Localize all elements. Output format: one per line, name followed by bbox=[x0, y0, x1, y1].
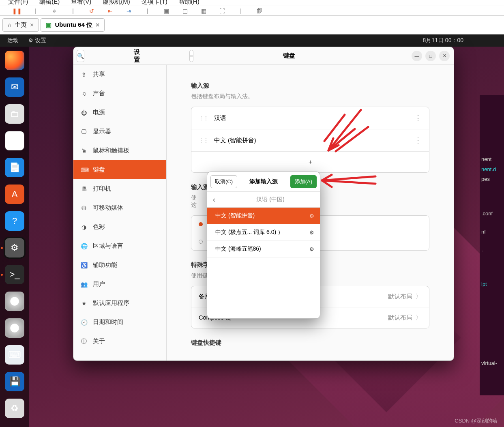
terminal-peek: nent nent.d pes .conf nf . lpt virtual- bbox=[480, 95, 504, 395]
input-method-option[interactable]: 中文 (智能拼音)⚙ bbox=[207, 208, 320, 224]
input-method-option[interactable]: 中文 (海峰五笔86)⚙ bbox=[207, 241, 320, 257]
focused-app[interactable]: ⚙ 设置 bbox=[28, 37, 46, 44]
dock-terminal[interactable]: >_ bbox=[5, 265, 24, 284]
sidebar-icon: ⌨ bbox=[81, 167, 87, 173]
close-icon[interactable]: × bbox=[30, 21, 34, 29]
source-label: 中文 (智能拼音) bbox=[214, 137, 256, 144]
sidebar-item[interactable]: ⓘ关于 bbox=[73, 332, 166, 351]
tab-label: 主页 bbox=[15, 21, 27, 29]
breadcrumb-label: 汉语 (中国) bbox=[221, 192, 320, 207]
add-source-row[interactable]: ＋ bbox=[191, 152, 429, 172]
lib-icon[interactable]: 🗐 bbox=[254, 7, 265, 15]
back-button[interactable]: ‹ bbox=[207, 195, 221, 204]
cancel-button[interactable]: 取消(C) bbox=[210, 175, 237, 188]
sidebar-icon: ♿ bbox=[81, 262, 87, 268]
minimize-button[interactable]: — bbox=[412, 51, 422, 61]
gear-icon[interactable]: ⚙ bbox=[309, 246, 314, 252]
sidebar-item[interactable]: ⇪共享 bbox=[73, 65, 166, 84]
dock-disc[interactable] bbox=[5, 292, 24, 311]
search-button[interactable]: 🔍 bbox=[77, 50, 84, 62]
input-method-option[interactable]: 中文 (极点五... 词库 6.0) ）⚙ bbox=[207, 224, 320, 241]
sidebar-item[interactable]: ⏻电源 bbox=[73, 103, 166, 122]
menu[interactable]: 文件(F) bbox=[8, 0, 28, 6]
sidebar-item[interactable]: ◑色彩 bbox=[73, 217, 166, 236]
full-icon[interactable]: ⛶ bbox=[217, 7, 227, 15]
tab-vm[interactable]: ▣ Ubuntu 64 位 × bbox=[41, 18, 105, 32]
sidebar-label: 键盘 bbox=[93, 166, 105, 174]
sep: | bbox=[30, 7, 41, 15]
dock-thunderbird[interactable]: ✉ bbox=[5, 77, 24, 97]
sidebar-item[interactable]: ★默认应用程序 bbox=[73, 294, 166, 313]
tab-home[interactable]: ⌂ 主页 × bbox=[2, 18, 39, 32]
maximize-button[interactable]: □ bbox=[425, 51, 436, 61]
snapshot-back-icon[interactable]: ⇤ bbox=[105, 7, 116, 15]
send-key-icon[interactable]: ⎆ bbox=[49, 7, 60, 15]
sidebar-icon: 👥 bbox=[81, 281, 87, 288]
dock-files[interactable]: 🗀 bbox=[5, 104, 24, 124]
sidebar-item[interactable]: ♫声音 bbox=[73, 84, 166, 103]
kebab-icon[interactable]: ⋮ bbox=[414, 136, 422, 145]
sidebar-icon: ◑ bbox=[81, 224, 87, 230]
dock-settings[interactable]: ⚙ bbox=[5, 238, 24, 257]
sidebar-icon: ⇪ bbox=[81, 71, 87, 78]
sidebar-title: 设置 bbox=[134, 48, 140, 64]
add-input-source-dialog: 取消(C) 添加输入源 添加(A) ‹ 汉语 (中国) 中文 (智能拼音)⚙中文… bbox=[207, 172, 320, 319]
close-icon[interactable]: × bbox=[96, 21, 99, 29]
gear-icon[interactable]: ⚙ bbox=[309, 213, 314, 219]
sidebar-label: 日期和时间 bbox=[93, 318, 123, 326]
dock-save[interactable]: 💾 bbox=[5, 372, 24, 391]
sidebar-item[interactable]: ⌨键盘 bbox=[73, 160, 166, 179]
menu[interactable]: 编辑(E) bbox=[39, 0, 60, 6]
menu[interactable]: 选项卡(T) bbox=[142, 0, 167, 6]
host-toolbar: ❚❚ | ⎆ | ↺ ⇤ ⇥ | ▣ ◫ ▦ ⛶ | 🗐 bbox=[0, 6, 504, 16]
clock[interactable]: 8月11日 00：00 bbox=[423, 37, 463, 44]
input-source-row[interactable]: ⋮⋮ 汉语 ⋮ bbox=[191, 107, 429, 129]
dock-firefox[interactable] bbox=[5, 51, 24, 70]
gnome-topbar: 活动 ⚙ 设置 8月11日 00：00 bbox=[0, 34, 504, 47]
pause-icon[interactable]: ❚❚ bbox=[12, 7, 22, 15]
option-label: 中文 (智能拼音) bbox=[215, 212, 255, 219]
activities-button[interactable]: 活动 bbox=[7, 37, 19, 44]
sidebar-item[interactable]: ♿辅助功能 bbox=[73, 255, 166, 275]
sidebar-item[interactable]: ⛁可移动媒体 bbox=[73, 198, 166, 217]
menu[interactable]: 查看(V) bbox=[71, 0, 91, 6]
dock-disc[interactable] bbox=[5, 318, 24, 338]
sidebar-label: 电源 bbox=[93, 109, 105, 116]
kebab-icon[interactable]: ⋮ bbox=[414, 114, 422, 122]
thumb-icon[interactable]: ▦ bbox=[198, 7, 209, 15]
sidebar-icon: ★ bbox=[81, 300, 87, 307]
row-value: 默认布局 bbox=[388, 293, 412, 300]
dock: ✉ 🗀 ◉ 📄 A ? ⚙ >_ ⌨ 💾 ♻ bbox=[0, 47, 29, 427]
snapshot-fwd-icon[interactable]: ⇥ bbox=[124, 7, 134, 15]
menu[interactable]: 虚拟机(M) bbox=[103, 0, 130, 6]
unity-icon[interactable]: ◫ bbox=[180, 7, 190, 15]
sidebar-item[interactable]: 🖱鼠标和触摸板 bbox=[73, 141, 166, 160]
sidebar-item[interactable]: 🌐区域与语言 bbox=[73, 236, 166, 255]
drag-icon[interactable]: ⋮⋮ bbox=[199, 137, 208, 143]
dock-rhythmbox[interactable]: ◉ bbox=[5, 131, 24, 150]
sidebar-icon: ⛁ bbox=[81, 205, 87, 211]
close-button[interactable]: ✕ bbox=[439, 51, 450, 61]
input-source-row[interactable]: ⋮⋮ 中文 (智能拼音) ⋮ bbox=[191, 129, 429, 152]
sidebar-item[interactable]: 🖶打印机 bbox=[73, 179, 166, 198]
add-button[interactable]: 添加(A) bbox=[290, 175, 317, 188]
dock-writer[interactable]: 📄 bbox=[5, 158, 24, 177]
sidebar-icon: 🌐 bbox=[81, 243, 87, 249]
dock-help[interactable]: ? bbox=[5, 211, 24, 231]
dock-onboard[interactable]: ⌨ bbox=[5, 345, 24, 365]
sidebar-label: 色彩 bbox=[93, 223, 105, 231]
sidebar-label: 可移动媒体 bbox=[93, 204, 123, 212]
drag-icon[interactable]: ⋮⋮ bbox=[199, 115, 208, 121]
dock-trash[interactable]: ♻ bbox=[5, 399, 24, 418]
sidebar-label: 声音 bbox=[93, 90, 105, 97]
fit-icon[interactable]: ▣ bbox=[161, 7, 172, 15]
vm-icon: ▣ bbox=[46, 21, 51, 29]
gear-icon[interactable]: ⚙ bbox=[309, 230, 314, 236]
sidebar-item[interactable]: 🕘日期和时间 bbox=[73, 313, 166, 332]
sidebar-item[interactable]: 🖵显示器 bbox=[73, 122, 166, 141]
section-subtitle: 包括键盘布局与输入法。 bbox=[191, 93, 429, 100]
sidebar-item[interactable]: 👥用户 bbox=[73, 275, 166, 294]
snapshot-icon[interactable]: ↺ bbox=[86, 7, 97, 15]
menu[interactable]: 帮助(H) bbox=[179, 0, 199, 6]
dock-software[interactable]: A bbox=[5, 185, 24, 204]
